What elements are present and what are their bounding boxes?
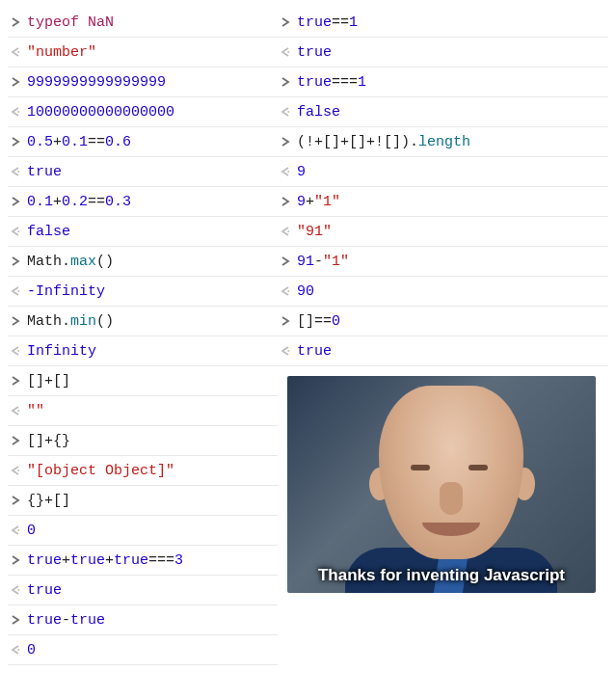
console-input-line: true==1	[278, 8, 608, 38]
console-input-line: true-true	[8, 605, 278, 635]
console-output-value: false	[23, 224, 70, 240]
console-output-value: false	[293, 104, 340, 121]
prompt-chevron-icon	[278, 256, 293, 266]
console-columns: typeof NaN"number"9999999999999999100000…	[8, 8, 608, 665]
console-output-value: 9	[293, 164, 306, 180]
console-input-line: true+true+true===3	[8, 546, 278, 576]
console-input-code: []+{}	[23, 433, 70, 449]
prompt-chevron-icon	[8, 316, 23, 326]
svg-point-5	[17, 350, 19, 352]
console-output-line: "91"	[278, 217, 608, 247]
prompt-chevron-icon	[8, 197, 23, 206]
console-input-code: 91-"1"	[293, 254, 349, 270]
console-output-line: false	[8, 217, 278, 247]
console-output-line: true	[8, 157, 278, 187]
console-output-value: true	[23, 582, 62, 599]
console-output-line: 9	[278, 157, 608, 187]
console-output-value: 0	[23, 523, 36, 539]
prompt-chevron-icon	[278, 316, 293, 326]
console-column-left: typeof NaN"number"9999999999999999100000…	[8, 8, 278, 665]
console-output-line: 10000000000000000	[8, 97, 278, 127]
console-output-value: 10000000000000000	[23, 104, 174, 121]
console-output-line: Infinity	[8, 336, 278, 366]
console-input-code: 9999999999999999	[23, 74, 166, 91]
result-chevron-icon	[8, 47, 23, 57]
console-input-line: 9999999999999999	[8, 67, 278, 97]
result-chevron-icon	[8, 466, 23, 475]
console-output-value: "91"	[293, 224, 332, 240]
result-chevron-icon	[278, 107, 293, 117]
prompt-chevron-icon	[8, 555, 23, 565]
prompt-chevron-icon	[8, 615, 23, 625]
console-input-line: 91-"1"	[278, 247, 608, 277]
prompt-chevron-icon	[8, 17, 23, 27]
console-output-line: true	[8, 576, 278, 605]
result-chevron-icon	[8, 525, 23, 535]
svg-point-10	[17, 649, 19, 651]
svg-point-13	[287, 171, 289, 173]
result-chevron-icon	[8, 107, 23, 117]
console-input-line: []+{}	[8, 426, 278, 456]
console-output-value: true	[293, 44, 332, 61]
console-input-code: (!+[]+[]+![]).length	[293, 134, 470, 150]
svg-point-16	[287, 350, 289, 352]
console-output-line: 90	[278, 277, 608, 307]
console-output-line: "number"	[8, 38, 278, 67]
console-output-value: true	[293, 343, 332, 360]
console-input-code: {}+[]	[23, 493, 70, 509]
console-output-line: false	[278, 97, 608, 127]
svg-point-12	[287, 111, 289, 113]
svg-point-7	[17, 470, 19, 471]
result-chevron-icon	[8, 227, 23, 236]
console-input-code: 0.1+0.2==0.3	[23, 194, 131, 210]
svg-point-8	[17, 529, 19, 531]
console-input-code: true==1	[293, 14, 358, 31]
svg-point-1	[17, 111, 19, 113]
console-output-line: "[object Object]"	[8, 456, 278, 486]
console-output-value: true	[23, 164, 62, 180]
console-output-value: ""	[23, 403, 44, 419]
console-input-code: true===1	[293, 74, 366, 91]
prompt-chevron-icon	[278, 17, 293, 27]
result-chevron-icon	[278, 286, 293, 296]
prompt-chevron-icon	[8, 137, 23, 147]
svg-point-9	[17, 589, 19, 591]
result-chevron-icon	[8, 406, 23, 416]
console-output-value: Infinity	[23, 343, 96, 360]
svg-point-14	[287, 230, 289, 232]
result-chevron-icon	[8, 286, 23, 296]
result-chevron-icon	[8, 645, 23, 655]
console-input-code: Math.min()	[23, 313, 114, 330]
console-input-line: (!+[]+[]+![]).length	[278, 127, 608, 157]
console-output-value: "number"	[23, 44, 96, 61]
svg-point-15	[287, 290, 289, 292]
console-input-line: 0.5+0.1==0.6	[8, 127, 278, 157]
result-chevron-icon	[278, 167, 293, 176]
svg-point-6	[17, 410, 19, 412]
console-output-line: 0	[8, 635, 278, 665]
prompt-chevron-icon	[8, 496, 23, 505]
console-output-value: 0	[23, 642, 36, 658]
svg-point-4	[17, 290, 19, 292]
console-column-right: true==1truetrue===1false(!+[]+[]+![]).le…	[278, 8, 608, 665]
console-input-line: 9+"1"	[278, 187, 608, 217]
result-chevron-icon	[278, 346, 293, 356]
prompt-chevron-icon	[8, 376, 23, 386]
console-input-code: typeof NaN	[23, 14, 114, 31]
console-input-code: true-true	[23, 612, 105, 629]
console-output-line: 0	[8, 516, 278, 546]
result-chevron-icon	[8, 346, 23, 356]
prompt-chevron-icon	[8, 77, 23, 87]
console-output-line: true	[278, 336, 608, 366]
console-input-code: Math.max()	[23, 254, 114, 270]
result-chevron-icon	[8, 167, 23, 176]
console-input-code: []==0	[293, 313, 340, 330]
console-output-line: true	[278, 38, 608, 67]
console-input-line: {}+[]	[8, 486, 278, 516]
svg-point-0	[17, 51, 19, 53]
console-input-line: []+[]	[8, 366, 278, 396]
console-output-line: -Infinity	[8, 277, 278, 307]
console-input-code: 0.5+0.1==0.6	[23, 134, 131, 150]
meme-photo: Thanks for inventing Javascript	[287, 376, 596, 593]
console-input-code: 9+"1"	[293, 194, 340, 210]
